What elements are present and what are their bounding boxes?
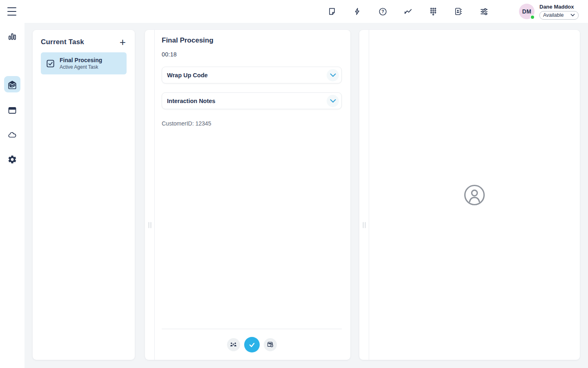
sliders-icon [479, 7, 489, 16]
bar-chart-icon [7, 32, 17, 42]
sticky-note-icon [327, 7, 336, 16]
help-icon: ? [378, 7, 388, 16]
wrap-up-code-label: Wrap Up Code [167, 72, 208, 79]
preferences-button[interactable] [479, 7, 489, 16]
park-task-button[interactable] [264, 338, 277, 351]
task-list-item[interactable]: Final Procesing Active Agent Task [41, 52, 127, 74]
transfer-icon [229, 341, 237, 348]
resize-handle[interactable] [148, 222, 151, 228]
sidebar-item-settings[interactable] [7, 155, 17, 164]
park-box-icon [266, 341, 274, 348]
topbar-actions: ? [327, 4, 579, 20]
user-info: Dane Maddox Available [539, 4, 579, 20]
tasks-panel-header: Current Task + [41, 38, 127, 46]
sidebar-item-cloud[interactable] [7, 130, 17, 140]
person-circle-placeholder-icon [463, 184, 486, 206]
svg-text:?: ? [381, 9, 384, 14]
performance-chart-icon [403, 7, 413, 16]
sidebar-item-stats[interactable] [7, 32, 17, 42]
detail-panel-gutter [145, 30, 155, 360]
wrap-up-code-accordion[interactable]: Wrap Up Code [162, 67, 342, 83]
gear-icon [7, 155, 17, 164]
customer-id-text: CustomerID: 12345 [162, 120, 342, 127]
avatar[interactable]: DM [519, 4, 535, 19]
user-name: Dane Maddox [539, 4, 579, 10]
checkbox-checked-icon [46, 59, 55, 68]
hamburger-icon [7, 7, 16, 8]
hamburger-menu-button[interactable] [7, 7, 18, 16]
task-item-subtitle: Active Agent Task [60, 64, 102, 70]
sidebar-item-contacts[interactable] [7, 81, 17, 91]
detail-footer [162, 329, 342, 360]
dialpad-button[interactable] [428, 7, 438, 16]
detail-title: Final Procesing [162, 36, 342, 45]
task-item-title: Final Procesing [60, 57, 102, 63]
user-area: DM Dane Maddox Available [519, 4, 579, 20]
browser-window-icon [7, 105, 17, 115]
transfer-button[interactable] [227, 338, 240, 351]
detail-panel-content: Final Procesing 00:18 Wrap Up Code Inter… [155, 30, 350, 360]
chevron-down-icon [330, 99, 336, 103]
interaction-notes-accordion[interactable]: Interaction Notes [162, 92, 342, 109]
interaction-panel-content [369, 30, 580, 360]
notes-button[interactable] [327, 7, 337, 16]
status-value: Available [543, 12, 564, 18]
chevron-down-icon [330, 73, 336, 78]
sidebar-item-apps[interactable] [7, 105, 17, 115]
tasks-panel-title: Current Task [41, 38, 84, 46]
interaction-notes-label: Interaction Notes [167, 98, 215, 104]
task-detail-panel: Final Procesing 00:18 Wrap Up Code Inter… [145, 30, 350, 360]
current-task-panel: Current Task + Final Procesing Active Ag… [33, 30, 135, 360]
quick-actions-button[interactable] [352, 7, 362, 16]
left-rail [0, 23, 24, 368]
contact-card-icon [7, 81, 17, 91]
dialpad-icon [429, 7, 438, 16]
contact-card-icon [454, 7, 463, 16]
topbar: ? [0, 0, 588, 23]
cloud-icon [7, 130, 17, 140]
task-timer: 00:18 [162, 51, 342, 58]
resize-handle[interactable] [363, 222, 365, 228]
chevron-down-icon [570, 13, 575, 17]
contacts-button[interactable] [454, 7, 463, 16]
presence-dot [530, 15, 535, 20]
interaction-panel-gutter [359, 30, 369, 360]
complete-task-button[interactable] [244, 337, 260, 352]
add-task-button[interactable]: + [119, 38, 127, 46]
interaction-panel [359, 30, 580, 360]
avatar-initials: DM [522, 8, 531, 15]
checkmark-icon [247, 340, 256, 349]
status-dropdown[interactable]: Available [539, 11, 579, 20]
lightning-icon [353, 7, 362, 16]
performance-button[interactable] [403, 7, 413, 16]
help-button[interactable]: ? [378, 7, 388, 16]
